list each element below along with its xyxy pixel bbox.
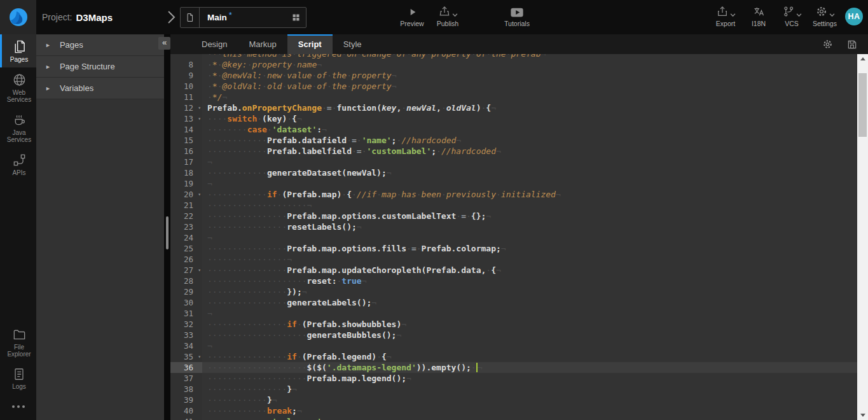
code-text[interactable]: ············Prefab.datafield·=·'name';·/… <box>202 135 857 146</box>
code-line-23[interactable]: 23················resetLabels();¬ <box>170 221 857 232</box>
code-text[interactable]: ····················Prefab.map.legend();… <box>202 373 857 384</box>
settings-button[interactable]: Settings <box>812 4 837 27</box>
chevron-right-icon[interactable] <box>165 10 177 25</box>
panel-section-pages[interactable]: ►Pages <box>36 34 164 56</box>
code-line-14[interactable]: 14········case·'dataset':¬ <box>170 124 857 135</box>
code-text[interactable]: ················¬ <box>202 254 857 265</box>
grid-icon[interactable] <box>291 13 301 22</box>
user-avatar[interactable]: HA <box>845 8 863 25</box>
code-text[interactable]: ·*·@newVal:·new·value·of·the·property¬ <box>202 70 857 81</box>
code-line-7[interactable]: 7·*·this·method·is·triggered·on·change·o… <box>170 54 857 59</box>
code-text[interactable]: ·*/¬ <box>202 92 857 102</box>
code-text[interactable]: ·*·@key:·property·name¬ <box>202 59 857 70</box>
code-text[interactable]: ····················¬ <box>202 200 857 211</box>
code-line-21[interactable]: 21····················¬ <box>170 200 857 211</box>
code-line-20[interactable]: 20▾············if·(Prefab.map)·{·//if·ma… <box>170 189 857 200</box>
code-text[interactable]: ············generateDataset(newVal);¬ <box>202 167 857 178</box>
code-line-26[interactable]: 26················¬ <box>170 254 857 265</box>
sidebar-item-file-explorer[interactable]: File Explorer <box>0 322 36 362</box>
more-options-button[interactable] <box>0 395 36 420</box>
tab-design[interactable]: Design <box>191 34 238 54</box>
tutorials-button[interactable]: Tutorials <box>504 4 530 27</box>
preview-button[interactable]: Preview <box>399 4 425 27</box>
panel-section-page-structure[interactable]: ►Page Structure <box>36 56 164 78</box>
export-button[interactable]: Export <box>713 4 738 27</box>
sidebar-item-logs[interactable]: Logs <box>0 362 36 395</box>
code-line-8[interactable]: 8·*·@key:·property·name¬ <box>170 59 857 70</box>
vcs-button[interactable]: VCS <box>779 4 804 27</box>
code-text[interactable]: ¬ <box>202 340 857 351</box>
panel-section-variables[interactable]: ►Variables <box>36 78 164 99</box>
code-line-18[interactable]: 18············generateDataset(newVal);¬ <box>170 167 857 178</box>
code-line-27[interactable]: 27▾················Prefab.map.updateChor… <box>170 265 857 276</box>
code-line-31[interactable]: 31¬ <box>170 308 857 319</box>
code-line-10[interactable]: 10·*·@oldVal:·old·value·of·the·property¬ <box>170 81 857 92</box>
code-text[interactable]: ················});¬ <box>202 286 857 297</box>
code-text[interactable]: ················Prefab.map.updateChoropl… <box>202 265 857 276</box>
script-editor[interactable]: 7·*·this·method·is·triggered·on·change·o… <box>170 54 868 420</box>
code-text[interactable]: ················if·(Prefab.legend)·{¬ <box>202 351 857 362</box>
code-line-13[interactable]: 13▾····switch·(key)·{¬ <box>170 113 857 124</box>
code-line-35[interactable]: 35▾················if·(Prefab.legend)·{¬ <box>170 351 857 362</box>
code-line-15[interactable]: 15············Prefab.datafield·=·'name';… <box>170 135 857 146</box>
code-line-40[interactable]: 40············break;¬ <box>170 405 857 416</box>
fold-arrow-icon[interactable]: ▾ <box>198 351 201 362</box>
code-line-29[interactable]: 29················});¬ <box>170 286 857 297</box>
scrollbar-thumb[interactable] <box>858 73 867 137</box>
code-text[interactable]: ················Prefab.map.options.custo… <box>202 211 857 221</box>
code-text[interactable]: ············}¬ <box>202 395 857 405</box>
code-line-28[interactable]: 28····················reset:·true¬ <box>170 276 857 286</box>
fold-arrow-icon[interactable]: ▾ <box>198 102 201 113</box>
gear-icon[interactable] <box>822 38 834 50</box>
tab-style[interactable]: Style <box>333 34 373 54</box>
code-line-19[interactable]: 19¬ <box>170 178 857 189</box>
scrollbar-down-arrow[interactable] <box>857 410 868 420</box>
code-text[interactable]: ····················reset:·true¬ <box>202 276 857 286</box>
scrollbar-up-arrow[interactable] <box>857 54 868 64</box>
fold-arrow-icon[interactable]: ▾ <box>198 265 201 276</box>
code-text[interactable]: ····················$($('.datamaps-legen… <box>202 362 857 373</box>
tab-markup[interactable]: Markup <box>238 34 287 54</box>
panel-collapse-button[interactable]: « <box>158 37 170 50</box>
page-tab-main[interactable]: Main * <box>180 7 307 28</box>
code-text[interactable]: ·*·@oldVal:·old·value·of·the·property¬ <box>202 81 857 92</box>
code-text[interactable]: ············Prefab.labelfield·=·'customL… <box>202 146 857 157</box>
fold-arrow-icon[interactable]: ▾ <box>198 113 201 124</box>
code-line-16[interactable]: 16············Prefab.labelfield·=·'custo… <box>170 146 857 157</box>
code-text[interactable]: Prefab.onPropertyChange·=·function(key,·… <box>202 102 857 113</box>
code-line-33[interactable]: 33····················generateBubbles();… <box>170 330 857 340</box>
code-text[interactable]: ·*·this·method·is·triggered·on·change·of… <box>202 54 857 59</box>
code-text[interactable]: ¬ <box>202 232 857 243</box>
app-logo[interactable] <box>0 0 36 34</box>
sidebar-item-web-services[interactable]: Web Services <box>0 67 36 108</box>
code-text[interactable]: ················}¬ <box>202 384 857 395</box>
code-line-30[interactable]: 30················generateLabels();¬ <box>170 297 857 308</box>
code-text[interactable]: ¬ <box>202 157 857 167</box>
code-text[interactable]: ················if·(Prefab.showbubbles)¬ <box>202 319 857 330</box>
code-line-12[interactable]: 12▾Prefab.onPropertyChange·=·function(ke… <box>170 102 857 113</box>
code-line-37[interactable]: 37····················Prefab.map.legend(… <box>170 373 857 384</box>
code-text[interactable]: ¬ <box>202 308 857 319</box>
code-text[interactable]: ········case·'dataset':¬ <box>202 124 857 135</box>
panel-divider[interactable] <box>164 34 170 420</box>
code-line-25[interactable]: 25················Prefab.map.options.fil… <box>170 243 857 254</box>
code-line-38[interactable]: 38················}¬ <box>170 384 857 395</box>
code-line-39[interactable]: 39············}¬ <box>170 395 857 405</box>
code-text[interactable]: ····switch·(key)·{¬ <box>202 113 857 124</box>
code-text[interactable]: ············break;¬ <box>202 405 857 416</box>
code-line-11[interactable]: 11·*/¬ <box>170 92 857 102</box>
i18n-button[interactable]: I18N <box>746 4 771 27</box>
save-icon[interactable] <box>846 39 858 50</box>
sidebar-item-pages[interactable]: Pages <box>0 34 36 67</box>
code-text[interactable]: ················resetLabels();¬ <box>202 221 857 232</box>
code-text[interactable]: ············if·(Prefab.map)·{·//if·map·h… <box>202 189 857 200</box>
code-line-34[interactable]: 34¬ <box>170 340 857 351</box>
code-line-24[interactable]: 24¬ <box>170 232 857 243</box>
code-text[interactable]: ····················generateBubbles();¬ <box>202 330 857 340</box>
code-line-41[interactable]: 41········case·'colormap':¬ <box>170 416 857 420</box>
code-line-9[interactable]: 9·*·@newVal:·new·value·of·the·property¬ <box>170 70 857 81</box>
code-text[interactable]: ········case·'colormap':¬ <box>202 416 857 420</box>
code-line-36[interactable]: 36····················$($('.datamaps-leg… <box>170 362 857 373</box>
code-line-17[interactable]: 17¬ <box>170 157 857 167</box>
code-text[interactable]: ················Prefab.map.options.fills… <box>202 243 857 254</box>
